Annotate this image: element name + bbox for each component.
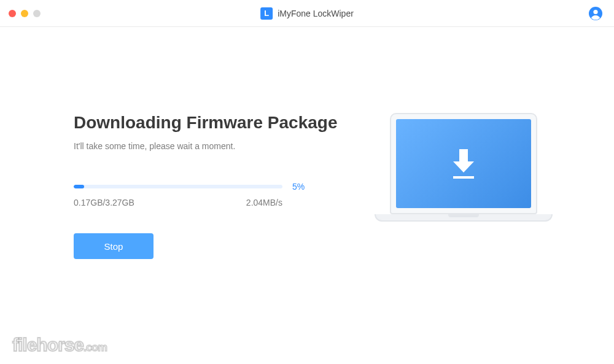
svg-point-1 xyxy=(593,9,597,14)
app-logo-letter: L xyxy=(264,9,269,18)
progress-fill xyxy=(74,185,84,188)
progress-bar xyxy=(74,185,282,188)
progress-percent-label: 5% xyxy=(292,182,305,192)
app-logo-icon: L xyxy=(260,7,273,20)
laptop-illustration xyxy=(375,113,553,222)
close-window-button[interactable] xyxy=(9,10,16,17)
title-center: L iMyFone LockWiper xyxy=(260,7,354,20)
laptop-notch xyxy=(448,214,479,217)
main-content: Downloading Firmware Package It'll take … xyxy=(0,27,614,259)
progress-details: 0.17GB/3.27GB 2.04MB/s xyxy=(74,198,282,207)
svg-rect-2 xyxy=(453,176,474,179)
app-title: iMyFone LockWiper xyxy=(278,9,354,18)
watermark-name: filehorse xyxy=(12,335,84,355)
minimize-window-button[interactable] xyxy=(21,10,28,17)
stop-button[interactable]: Stop xyxy=(74,233,154,259)
page-heading: Downloading Firmware Package xyxy=(74,113,338,133)
progress-speed-label: 2.04MB/s xyxy=(246,198,282,207)
right-column xyxy=(362,113,565,259)
window-controls xyxy=(9,10,41,17)
laptop-bezel xyxy=(390,113,537,214)
laptop-screen xyxy=(396,119,531,208)
maximize-window-button[interactable] xyxy=(33,10,41,17)
titlebar: L iMyFone LockWiper xyxy=(0,0,614,27)
download-icon xyxy=(447,145,480,182)
page-subtext: It'll take some time, please wait a mome… xyxy=(74,141,338,151)
left-column: Downloading Firmware Package It'll take … xyxy=(74,113,338,259)
user-icon xyxy=(588,6,603,21)
account-button[interactable] xyxy=(588,6,603,21)
stop-button-label: Stop xyxy=(104,241,123,252)
progress-size-label: 0.17GB/3.27GB xyxy=(74,198,134,207)
watermark-domain: .com xyxy=(84,341,107,354)
watermark: filehorse.com xyxy=(12,335,107,355)
progress-row: 5% xyxy=(74,182,338,192)
progress-track xyxy=(74,185,282,188)
laptop-base xyxy=(375,214,553,222)
